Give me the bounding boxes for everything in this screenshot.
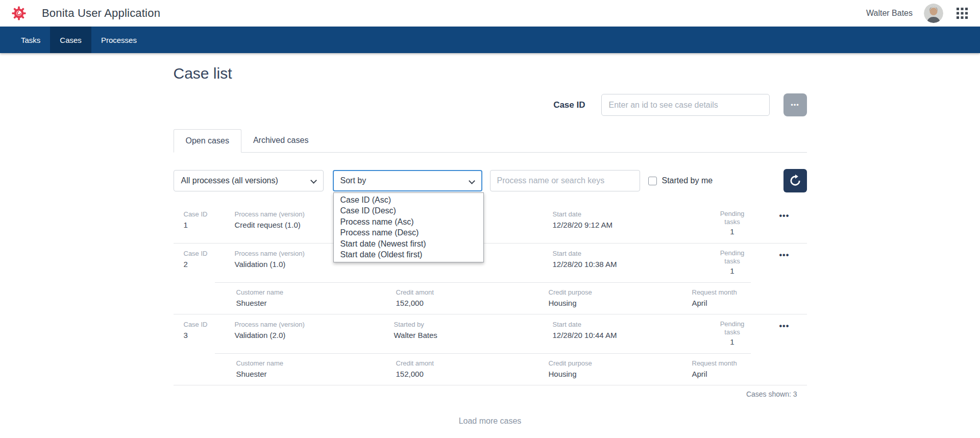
process-search-input[interactable] (490, 170, 640, 191)
refresh-icon (789, 174, 802, 187)
chevron-down-icon (469, 178, 475, 184)
sort-select[interactable]: Sort by (333, 170, 482, 191)
request-month-value: April (692, 299, 751, 307)
row-actions-ellipsis-icon[interactable]: ••• (779, 322, 790, 330)
started-by-cell: Started by Walter Bates (394, 320, 553, 346)
process-filter-value: All processes (all versions) (181, 176, 278, 185)
main-navbar: Tasks Cases Processes (0, 27, 980, 53)
case-id-value: 3 (184, 331, 235, 339)
case-list-page: Case list Case ID ••• Open cases Archive… (174, 53, 807, 426)
case-id-search-row: Case ID ••• (174, 93, 807, 116)
app-title: Bonita User Application (42, 7, 160, 20)
load-more-cases-link[interactable]: Load more cases (174, 417, 807, 426)
app-header: Bonita User Application Walter Bates (0, 0, 980, 27)
sort-option-case-id-desc[interactable]: Case ID (Desc) (334, 205, 483, 216)
case-id-input[interactable] (601, 94, 770, 116)
sort-option-start-date-newest[interactable]: Start date (Newest first) (334, 238, 483, 249)
sort-option-process-name-asc[interactable]: Process name (Asc) (334, 216, 483, 227)
row-actions-ellipsis-icon[interactable]: ••• (779, 211, 790, 220)
request-month-value: April (692, 370, 751, 378)
nav-item-cases[interactable]: Cases (50, 27, 91, 53)
pending-tasks-col-label: Pending (685, 210, 779, 218)
credit-purpose-value: Housing (549, 299, 692, 307)
page-title: Case list (174, 65, 807, 82)
tab-open-cases[interactable]: Open cases (174, 129, 241, 153)
sort-options-dropdown: Case ID (Asc) Case ID (Desc) Process nam… (333, 192, 484, 262)
chevron-down-icon (310, 177, 317, 184)
start-date-value: 12/28/20 9:12 AM (553, 221, 685, 229)
customer-name-value: Shuester (236, 299, 396, 307)
case-row-3: Case ID 3 Process name (version) Validat… (174, 314, 807, 385)
case-tabs: Open cases Archived cases (174, 129, 807, 153)
case-id-col-label: Case ID (184, 210, 235, 218)
case-id-value: 1 (184, 221, 235, 229)
case-details-row: Customer name Shuester Credit amont 152,… (215, 282, 751, 314)
sort-option-process-name-desc[interactable]: Process name (Desc) (334, 227, 483, 238)
started-by-me-label[interactable]: Started by me (662, 176, 713, 185)
credit-amount-label: Credit amont (396, 288, 549, 297)
case-row-2: Case ID 2 Process name (version) Validat… (174, 244, 807, 314)
user-name[interactable]: Walter Bates (866, 9, 913, 18)
case-id-value: 2 (184, 260, 235, 269)
started-by-me-checkbox[interactable] (648, 177, 657, 185)
case-id-label: Case ID (553, 100, 585, 110)
nav-item-tasks[interactable]: Tasks (11, 27, 50, 53)
credit-purpose-value: Housing (549, 370, 692, 378)
case-details-row: Customer name Shuester Credit amont 152,… (215, 353, 751, 385)
bonita-gear-icon (11, 6, 27, 21)
started-by-me-group: Started by me (648, 176, 713, 185)
apps-grid-icon[interactable] (957, 8, 968, 19)
process-filter-select[interactable]: All processes (all versions) (174, 170, 324, 191)
filter-bar: All processes (all versions) Sort by Cas… (174, 169, 807, 192)
start-date-value: 12/28/20 10:44 AM (553, 331, 685, 339)
sort-select-wrap: Sort by Case ID (Asc) Case ID (Desc) Pro… (333, 170, 482, 191)
nav-item-processes[interactable]: Processes (91, 27, 146, 53)
case-row-1: Case ID 1 Process name (version) Credit … (174, 204, 807, 244)
started-by-col-label: Started by (394, 320, 553, 329)
process-value: Validation (2.0) (235, 331, 394, 339)
start-date-value: 12/28/20 10:38 AM (553, 260, 685, 269)
credit-purpose-label: Credit purpose (549, 288, 692, 297)
sort-option-start-date-oldest[interactable]: Start date (Oldest first) (334, 249, 483, 260)
start-date-col-label: Start date (553, 210, 685, 218)
sort-option-case-id-asc[interactable]: Case ID (Asc) (334, 194, 483, 205)
cases-shown-counter: Cases shown: 3 (174, 385, 807, 398)
credit-amount-value: 152,000 (396, 299, 549, 307)
case-table: Case ID 1 Process name (version) Credit … (174, 204, 807, 426)
customer-name-value: Shuester (236, 370, 396, 378)
credit-amount-value: 152,000 (396, 370, 549, 378)
user-avatar[interactable] (924, 4, 943, 23)
refresh-button[interactable] (783, 169, 807, 192)
pending-tasks-value: 1 (685, 337, 779, 346)
customer-name-label: Customer name (236, 288, 396, 297)
pending-tasks-value: 1 (685, 227, 779, 236)
pending-tasks-value: 1 (685, 266, 779, 275)
case-id-more-button[interactable]: ••• (783, 93, 807, 116)
started-by-value: Walter Bates (394, 331, 553, 339)
row-actions-ellipsis-icon[interactable]: ••• (779, 251, 790, 259)
sort-select-value: Sort by (340, 176, 366, 185)
tab-archived-cases[interactable]: Archived cases (241, 129, 321, 152)
request-month-label: Request month (692, 288, 751, 297)
